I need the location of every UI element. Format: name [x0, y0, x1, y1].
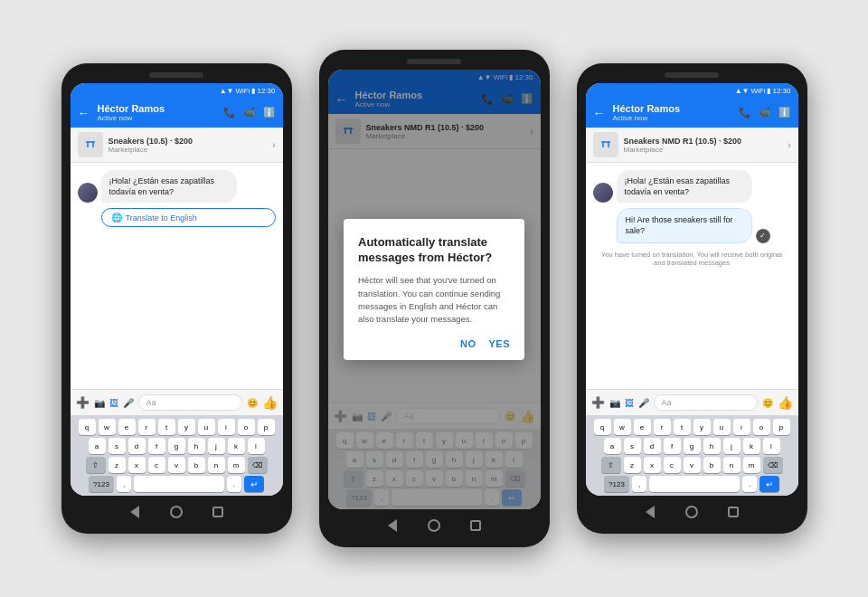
- key-l-3[interactable]: l: [763, 438, 780, 454]
- key-d-3[interactable]: d: [644, 438, 661, 454]
- nav-back-3[interactable]: [642, 504, 658, 520]
- key-q-1[interactable]: q: [79, 419, 96, 435]
- video-icon-3[interactable]: 📹: [759, 107, 771, 118]
- key-e-1[interactable]: e: [118, 419, 136, 435]
- key-y-3[interactable]: y: [693, 419, 711, 435]
- key-period-3[interactable]: .: [742, 476, 757, 492]
- thumb-icon-3[interactable]: 👍: [778, 395, 793, 410]
- back-button-3[interactable]: ←: [593, 106, 606, 120]
- key-del-3[interactable]: ⌫: [763, 457, 783, 473]
- text-input-3[interactable]: Aa: [654, 394, 758, 411]
- key-comma-3[interactable]: ,: [632, 476, 646, 492]
- emoji-icon-1[interactable]: 😊: [247, 398, 258, 408]
- key-enter-3[interactable]: ↵: [760, 476, 779, 492]
- key-space-1[interactable]: [134, 476, 224, 492]
- camera-icon-3[interactable]: 📷: [609, 398, 620, 408]
- key-del-1[interactable]: ⌫: [248, 457, 268, 473]
- nav-recent-2[interactable]: [467, 517, 484, 534]
- key-x-1[interactable]: x: [128, 457, 146, 473]
- key-space-3[interactable]: [649, 476, 740, 492]
- plus-icon-3[interactable]: ➕: [591, 396, 605, 409]
- translate-button-1[interactable]: 🌐 Translate to English: [101, 208, 276, 227]
- key-b-3[interactable]: b: [703, 457, 721, 473]
- key-o-1[interactable]: o: [238, 419, 255, 435]
- phone-icon-1[interactable]: 📞: [223, 107, 236, 118]
- key-x-3[interactable]: x: [644, 457, 661, 473]
- key-comma-1[interactable]: ,: [117, 476, 131, 492]
- key-s-1[interactable]: s: [108, 438, 126, 454]
- emoji-icon-3[interactable]: 😊: [762, 398, 773, 408]
- key-r-3[interactable]: r: [654, 419, 671, 435]
- image-icon-1[interactable]: 🖼: [109, 398, 118, 408]
- key-num-3[interactable]: ?123: [604, 476, 629, 492]
- key-a-3[interactable]: a: [604, 438, 621, 454]
- key-b-1[interactable]: b: [188, 457, 205, 473]
- key-period-1[interactable]: .: [227, 476, 241, 492]
- nav-home-3[interactable]: [684, 504, 700, 520]
- marketplace-card-3[interactable]: Sneakers NMD R1 (10.5) · $200 Marketplac…: [586, 128, 798, 163]
- nav-home-1[interactable]: [168, 504, 184, 520]
- key-u-1[interactable]: u: [198, 419, 215, 435]
- key-i-1[interactable]: i: [218, 419, 235, 435]
- info-icon-3[interactable]: ℹ️: [778, 107, 791, 118]
- key-enter-1[interactable]: ↵: [244, 476, 264, 492]
- key-a-1[interactable]: a: [89, 438, 106, 454]
- key-c-3[interactable]: c: [664, 457, 681, 473]
- marketplace-card-1[interactable]: Sneakers (10.5) · $200 Marketplace ›: [71, 128, 283, 163]
- video-icon-1[interactable]: 📹: [243, 107, 256, 118]
- key-v-3[interactable]: v: [684, 457, 701, 473]
- nav-back-1[interactable]: [127, 504, 143, 520]
- nav-home-2[interactable]: [426, 517, 442, 534]
- key-w-3[interactable]: w: [614, 419, 631, 435]
- key-n-1[interactable]: n: [208, 457, 225, 473]
- key-h-1[interactable]: h: [188, 438, 205, 454]
- key-s-3[interactable]: s: [624, 438, 641, 454]
- key-u-3[interactable]: u: [713, 419, 731, 435]
- thumb-icon-1[interactable]: 👍: [262, 395, 278, 410]
- back-button-1[interactable]: ←: [78, 106, 90, 120]
- key-h-3[interactable]: h: [703, 438, 721, 454]
- key-z-3[interactable]: z: [624, 457, 641, 473]
- key-w-1[interactable]: w: [99, 419, 116, 435]
- key-y-1[interactable]: y: [178, 419, 195, 435]
- key-q-3[interactable]: q: [594, 419, 611, 435]
- nav-recent-1[interactable]: [210, 504, 226, 520]
- key-o-3[interactable]: o: [753, 419, 770, 435]
- key-m-3[interactable]: m: [743, 457, 760, 473]
- key-g-1[interactable]: g: [168, 438, 185, 454]
- key-l-1[interactable]: l: [248, 438, 265, 454]
- key-c-1[interactable]: c: [148, 457, 165, 473]
- key-r-1[interactable]: r: [138, 419, 156, 435]
- mic-icon-1[interactable]: 🎤: [123, 398, 134, 408]
- nav-back-2[interactable]: [384, 517, 401, 534]
- key-v-1[interactable]: v: [168, 457, 185, 473]
- key-k-1[interactable]: k: [228, 438, 245, 454]
- key-n-3[interactable]: n: [723, 457, 741, 473]
- image-icon-3[interactable]: 🖼: [625, 398, 634, 408]
- key-j-1[interactable]: j: [208, 438, 225, 454]
- key-g-3[interactable]: g: [684, 438, 701, 454]
- text-input-1[interactable]: Aa: [138, 394, 242, 411]
- key-p-3[interactable]: p: [773, 419, 790, 435]
- key-t-3[interactable]: t: [674, 419, 691, 435]
- nav-recent-3[interactable]: [725, 504, 741, 520]
- key-t-1[interactable]: t: [158, 419, 175, 435]
- key-i-3[interactable]: i: [733, 419, 750, 435]
- mic-icon-3[interactable]: 🎤: [638, 398, 649, 408]
- plus-icon-1[interactable]: ➕: [76, 396, 90, 409]
- dialog-yes-button-2[interactable]: YES: [488, 338, 510, 349]
- key-shift-1[interactable]: ⇧: [86, 457, 106, 473]
- key-shift-3[interactable]: ⇧: [601, 457, 621, 473]
- key-k-3[interactable]: k: [743, 438, 760, 454]
- key-m-1[interactable]: m: [228, 457, 245, 473]
- key-num-1[interactable]: ?123: [89, 476, 114, 492]
- key-f-1[interactable]: f: [148, 438, 165, 454]
- key-p-1[interactable]: p: [258, 419, 275, 435]
- key-e-3[interactable]: e: [634, 419, 651, 435]
- key-d-1[interactable]: d: [128, 438, 146, 454]
- dialog-no-button-2[interactable]: NO: [460, 338, 476, 349]
- key-z-1[interactable]: z: [108, 457, 126, 473]
- camera-icon-1[interactable]: 📷: [94, 398, 105, 408]
- phone-icon-3[interactable]: 📞: [739, 107, 751, 118]
- key-j-3[interactable]: j: [723, 438, 741, 454]
